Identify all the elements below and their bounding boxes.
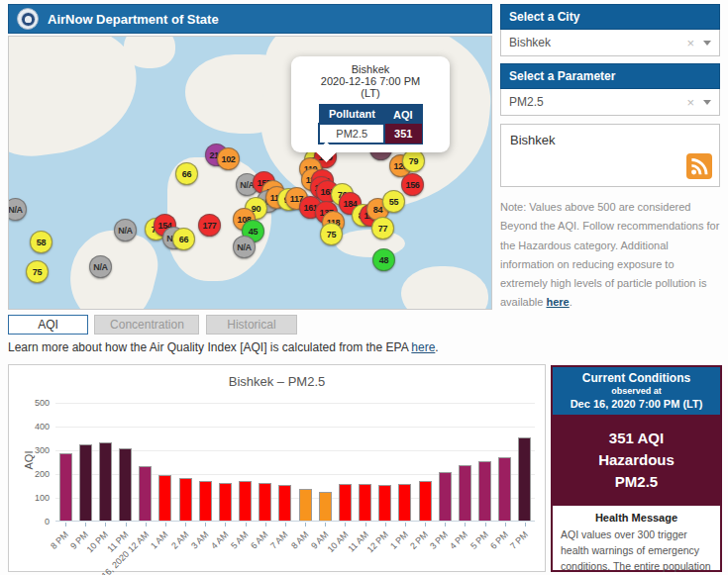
parameter-clear-icon[interactable]: ×	[686, 95, 694, 110]
popup-timezone: (LT)	[297, 87, 444, 99]
aqi-bar	[259, 483, 271, 521]
aqi-marker[interactable]: N/A	[114, 219, 137, 241]
map-land-greenland	[124, 36, 175, 68]
current-aqi-value: 351 AQI	[553, 428, 720, 449]
y-axis-tick-label: 500	[20, 398, 50, 408]
y-axis-tick-label: 400	[20, 422, 50, 431]
chart-title: Bishkek – PM2.5	[9, 374, 545, 389]
x-axis-tick-label: 8 PM	[49, 529, 70, 551]
aqi-marker[interactable]: 156	[401, 173, 424, 196]
tab-concentration[interactable]: Concentration	[94, 315, 199, 335]
map-popup: Bishkek 2020-12-16 7:00 PM (LT) Pollutan…	[291, 56, 450, 152]
rss-feed-icon[interactable]	[686, 153, 712, 179]
popup-city: Bishkek	[297, 63, 444, 75]
x-axis-tick	[345, 523, 346, 527]
x-axis-tick	[445, 523, 446, 527]
note-here-link[interactable]: here	[546, 296, 569, 308]
aqi-bar-chart: Bishkek – PM2.5 AQI 01002003004005008 PM…	[8, 364, 546, 572]
tab-historical[interactable]: Historical	[206, 315, 297, 335]
aqi-marker[interactable]: N/A	[89, 255, 112, 278]
aqi-marker[interactable]: 77	[371, 217, 394, 240]
health-message: Health Message AQI values over 300 trigg…	[553, 506, 720, 575]
y-axis-tick-label: 300	[20, 445, 50, 455]
aqi-bar	[158, 475, 171, 521]
x-axis-tick	[505, 523, 506, 527]
world-map[interactable]: N/A58N/AN/A7566212102N/A155149N/A1149990…	[8, 36, 492, 310]
x-axis-tick-label: 10 PM	[85, 529, 110, 554]
x-axis-tick	[285, 523, 286, 527]
aqi-bar	[518, 437, 531, 521]
parameter-value: PM2.5	[509, 95, 686, 109]
city-value: Bishkek	[509, 36, 686, 49]
aqi-marker[interactable]: N/A	[233, 236, 256, 258]
aqi-marker[interactable]: 102	[217, 147, 240, 170]
gridline	[55, 427, 535, 428]
x-axis-tick-label: 2 PM	[408, 529, 430, 551]
city-combobox[interactable]: Bishkek ×	[500, 30, 720, 56]
city-feed-box: Bishkek	[500, 124, 720, 187]
airnow-page: AirNow Department of State N/A58N/AN/A75…	[0, 0, 728, 575]
x-axis-tick-label: 7 AM	[268, 529, 290, 551]
city-clear-icon[interactable]: ×	[686, 36, 694, 50]
x-axis-tick	[485, 523, 486, 527]
aqi-marker[interactable]: 66	[175, 162, 198, 185]
x-axis-tick-label: 6 PM	[488, 529, 510, 551]
current-aqi-pollutant: PM2.5	[553, 471, 720, 493]
x-axis-tick-label: 3 AM	[189, 529, 211, 551]
parameter-dropdown-arrow-icon[interactable]	[703, 100, 711, 105]
aqi-bar	[478, 461, 491, 521]
x-axis-tick	[465, 523, 466, 527]
popup-aqi-table: Pollutant AQI PM2.5 351	[318, 104, 422, 144]
aqi-bar	[398, 484, 411, 521]
x-axis-tick	[405, 523, 406, 527]
aqi-marker[interactable]: 58	[30, 231, 52, 253]
current-aqi-category: Hazardous	[553, 449, 720, 471]
x-axis-tick-label: 5 AM	[229, 529, 251, 551]
aqi-bar	[319, 492, 332, 521]
aqi-bar	[498, 457, 511, 521]
city-dropdown-arrow-icon[interactable]	[703, 41, 711, 46]
aqi-bar	[278, 485, 291, 521]
x-axis-tick-label: 7 PM	[508, 529, 530, 551]
aqi-bar	[59, 453, 72, 521]
aqi-marker[interactable]: 79	[402, 149, 425, 172]
x-axis-tick-label: 5 PM	[468, 529, 490, 551]
x-axis-tick	[385, 523, 386, 527]
x-axis-tick	[525, 523, 526, 527]
x-axis-tick	[246, 523, 247, 527]
x-axis-tick-label: 12 PM	[364, 529, 389, 554]
current-conditions-header: Current Conditions observed at Dec 16, 2…	[553, 367, 720, 415]
current-aqi-badge: 351 AQI Hazardous PM2.5	[553, 415, 720, 506]
tab-aqi[interactable]: AQI	[8, 315, 88, 335]
x-axis-tick-label: 1 AM	[149, 529, 170, 551]
page-title: AirNow Department of State	[48, 12, 219, 27]
map-land-australia	[401, 266, 488, 310]
aqi-marker[interactable]: 177	[198, 214, 221, 237]
aqi-bar	[378, 485, 391, 521]
x-axis-tick-label: 2 AM	[169, 529, 191, 551]
x-axis-tick	[65, 523, 66, 527]
note-text: Note: Values above 500 are considered Be…	[500, 201, 719, 308]
x-axis-tick	[165, 523, 166, 527]
parameter-combobox[interactable]: PM2.5 ×	[500, 89, 720, 116]
aqi-marker[interactable]: N/A	[8, 198, 27, 221]
x-axis-tick-label: 1 PM	[388, 529, 410, 551]
app-header: AirNow Department of State	[8, 4, 492, 34]
aqi-marker[interactable]: 75	[320, 223, 343, 245]
aqi-marker[interactable]: 48	[372, 248, 395, 271]
aqi-bar	[119, 448, 132, 521]
x-axis-tick	[205, 523, 206, 527]
aqi-marker[interactable]: 55	[382, 190, 405, 213]
x-axis-tick	[146, 523, 147, 527]
map-land-southeast-asia	[336, 230, 405, 257]
aqi-marker[interactable]: 75	[26, 260, 49, 283]
learn-more-here-link[interactable]: here	[411, 340, 435, 354]
current-conditions-panel: Current Conditions observed at Dec 16, 2…	[551, 365, 722, 572]
x-axis-tick-label: 8 AM	[289, 529, 311, 551]
learn-more-text: Learn more about how the Air Quality Ind…	[8, 340, 439, 354]
beyond-aqi-note: Note: Values above 500 are considered Be…	[500, 198, 720, 313]
x-axis-tick-label: 11 AM	[346, 529, 370, 554]
aqi-bar	[459, 465, 471, 521]
aqi-marker[interactable]: 66	[172, 228, 195, 250]
feed-city-label: Bishkek	[510, 133, 556, 147]
